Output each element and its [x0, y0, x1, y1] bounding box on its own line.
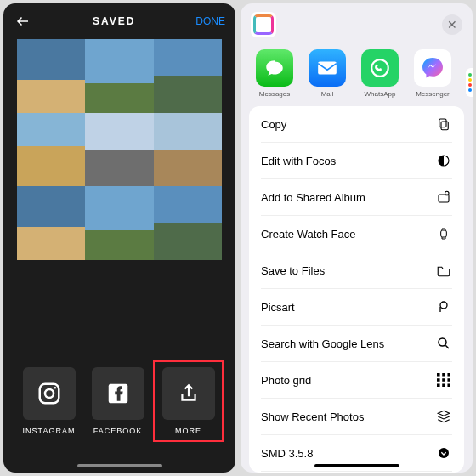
- stack-icon: [435, 408, 452, 425]
- svg-rect-11: [441, 230, 447, 237]
- share-sheet: ✕ Messages Mail WhatsApp: [241, 3, 473, 473]
- picsart-icon: [435, 298, 452, 315]
- home-indicator[interactable]: [77, 464, 162, 468]
- action-photo-grid[interactable]: Photo grid: [261, 362, 452, 399]
- copy-icon: [435, 116, 452, 133]
- svg-rect-19: [447, 378, 450, 382]
- focos-icon: [435, 152, 452, 169]
- app-messenger[interactable]: Messenger: [412, 49, 453, 98]
- action-label: Create Watch Face: [261, 228, 356, 241]
- svg-point-2: [54, 387, 56, 389]
- svg-point-5: [371, 60, 388, 76]
- action-recent-photos[interactable]: Show Recent Photos: [261, 399, 452, 435]
- done-button[interactable]: DONE: [196, 15, 225, 27]
- action-picsart[interactable]: Picsart: [261, 289, 452, 326]
- svg-rect-0: [39, 384, 59, 404]
- action-label: SMD 3.5.8: [261, 447, 313, 460]
- search-icon: [435, 335, 452, 352]
- messenger-icon: [414, 49, 451, 87]
- sheet-header: ✕: [241, 3, 473, 42]
- actions-list: Copy Edit with Focos Add to Shared Album…: [249, 106, 464, 473]
- svg-rect-6: [441, 122, 448, 130]
- action-label: Save to Files: [261, 264, 325, 277]
- grid-icon: [435, 371, 452, 388]
- mail-icon: [309, 49, 346, 87]
- svg-point-13: [439, 338, 446, 346]
- more-label: MORE: [175, 427, 201, 435]
- whatsapp-icon: [361, 49, 399, 87]
- watch-icon: [435, 225, 452, 242]
- action-label: Picsart: [261, 301, 295, 314]
- share-icon: [162, 367, 215, 420]
- svg-point-12: [440, 302, 447, 309]
- close-button[interactable]: ✕: [442, 14, 462, 35]
- svg-rect-4: [318, 61, 337, 74]
- layout-app-icon: [251, 12, 276, 37]
- action-label: Edit with Focos: [261, 155, 336, 167]
- more-apps-indicator[interactable]: [466, 68, 473, 97]
- svg-rect-21: [442, 383, 445, 387]
- collage-preview: [17, 39, 222, 260]
- mail-label: Mail: [321, 90, 334, 98]
- chevron-down-icon: [435, 445, 452, 462]
- messenger-label: Messenger: [416, 90, 450, 98]
- instagram-label: INSTAGRAM: [23, 427, 76, 435]
- action-label: Show Recent Photos: [261, 411, 364, 423]
- share-row: INSTAGRAM FACEBOOK MORE: [3, 367, 235, 435]
- action-google-lens[interactable]: Search with Google Lens: [261, 326, 452, 362]
- svg-point-1: [45, 389, 54, 398]
- svg-rect-17: [437, 378, 440, 382]
- album-icon: [435, 189, 452, 206]
- action-save-files[interactable]: Save to Files: [261, 252, 452, 289]
- home-indicator[interactable]: [314, 464, 400, 468]
- action-label: Photo grid: [261, 374, 311, 387]
- svg-rect-18: [442, 378, 445, 382]
- saved-screen: SAVED DONE INSTAGRAM FACEBOOK: [3, 3, 235, 473]
- facebook-label: FACEBOOK: [94, 427, 143, 435]
- app-mail[interactable]: Mail: [307, 49, 348, 98]
- action-copy[interactable]: Copy: [261, 106, 452, 143]
- folder-icon: [435, 262, 452, 279]
- action-focos[interactable]: Edit with Focos: [261, 143, 452, 179]
- messages-label: Messages: [259, 90, 290, 98]
- svg-rect-7: [439, 119, 446, 128]
- svg-rect-20: [437, 383, 440, 387]
- action-watch-face[interactable]: Create Watch Face: [261, 216, 452, 252]
- svg-rect-14: [437, 373, 440, 377]
- action-label: Search with Google Lens: [261, 337, 384, 350]
- messages-icon: [256, 49, 293, 87]
- svg-point-23: [439, 448, 449, 458]
- svg-rect-16: [447, 373, 450, 377]
- svg-rect-22: [447, 383, 450, 387]
- share-more[interactable]: MORE: [153, 360, 224, 442]
- top-bar: SAVED DONE: [3, 3, 235, 39]
- title: SAVED: [93, 15, 135, 27]
- svg-rect-9: [439, 195, 449, 202]
- app-messages[interactable]: Messages: [254, 49, 295, 98]
- share-facebook[interactable]: FACEBOOK: [88, 367, 148, 435]
- whatsapp-label: WhatsApp: [365, 90, 396, 98]
- facebook-icon: [92, 367, 144, 420]
- apps-row: Messages Mail WhatsApp Messenger: [241, 42, 473, 99]
- back-button[interactable]: [14, 12, 32, 31]
- action-label: Add to Shared Album: [261, 191, 366, 204]
- action-shared-album[interactable]: Add to Shared Album: [261, 179, 452, 216]
- share-instagram[interactable]: INSTAGRAM: [19, 367, 79, 435]
- instagram-icon: [23, 367, 76, 420]
- action-file-size[interactable]: Show File Size: [261, 472, 452, 473]
- action-label: Copy: [261, 118, 286, 131]
- app-whatsapp[interactable]: WhatsApp: [360, 49, 400, 98]
- svg-rect-15: [442, 373, 445, 377]
